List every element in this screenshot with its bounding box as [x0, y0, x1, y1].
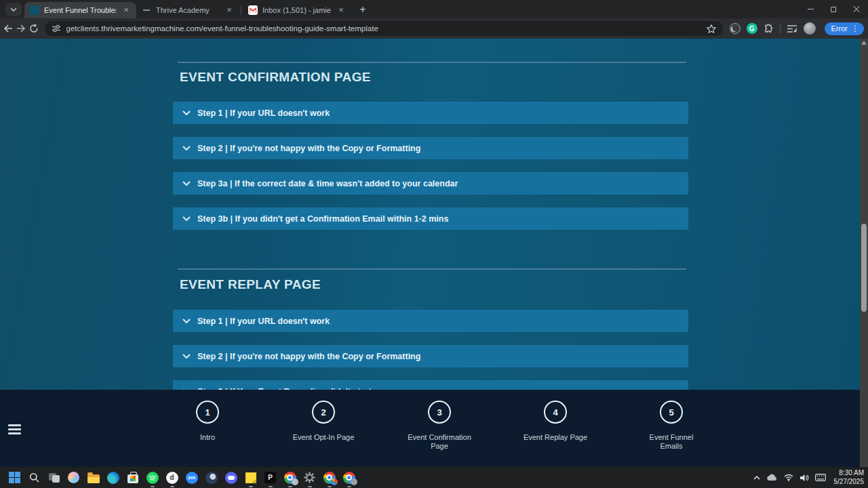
close-window-button[interactable] — [845, 0, 868, 18]
minimize-button[interactable] — [799, 0, 822, 18]
stepper-item-intro[interactable]: 1 Intro — [173, 401, 242, 451]
chevron-down-icon — [182, 110, 191, 115]
gmail-favicon — [248, 5, 258, 15]
store-bag-icon — [127, 474, 138, 483]
d-app-icon: d — [166, 472, 178, 484]
zoom-button[interactable]: zm — [185, 471, 198, 484]
error-menu-button[interactable]: Error ⋮ — [825, 22, 864, 35]
stepper-item-opt-in[interactable]: 2 Event Opt-In Page — [289, 401, 358, 451]
extensions-puzzle-icon[interactable] — [764, 24, 774, 34]
running-indicator — [288, 486, 292, 487]
step-number-circle: 5 — [660, 401, 683, 424]
accordion-step-2[interactable]: Step 2 | If you're not happy with the Co… — [173, 137, 688, 159]
close-tab-icon[interactable]: × — [224, 5, 234, 15]
step-number-circle: 3 — [428, 401, 451, 424]
accordion-replay-step-2[interactable]: Step 2 | If you're not happy with the Co… — [173, 345, 688, 367]
kebab-menu-icon: ⋮ — [851, 25, 859, 32]
back-button[interactable] — [3, 20, 13, 37]
tab-thrive-academy[interactable]: Thrive Academy × — [136, 2, 239, 18]
chevron-down-icon — [182, 146, 191, 150]
profile-badge-icon — [292, 479, 298, 485]
media-controls-icon[interactable] — [787, 24, 797, 33]
scrollbar-thumb[interactable] — [861, 224, 867, 312]
wifi-button[interactable] — [784, 474, 793, 481]
touch-keyboard-icon — [815, 474, 826, 481]
site-info-icon[interactable] — [52, 24, 61, 33]
d-app-button[interactable]: d — [165, 471, 178, 484]
address-bar[interactable]: getclients.thrivemarketingmachine.com/ev… — [45, 21, 723, 36]
scroll-up-arrow-icon[interactable] — [861, 41, 867, 45]
onedrive-button[interactable] — [766, 474, 778, 481]
page-footer-nav: 1 Intro 2 Event Opt-In Page 3 Event Conf… — [0, 390, 860, 467]
step-number-circle: 1 — [196, 401, 219, 424]
edge-icon — [107, 472, 119, 484]
p-app-button[interactable]: P — [264, 471, 277, 484]
tab-search-button[interactable] — [5, 3, 22, 16]
accordion-step-1[interactable]: Step 1 | If your URL doesn't work — [173, 102, 688, 124]
accordion-replay-step-1[interactable]: Step 1 | If your URL doesn't work — [173, 310, 688, 332]
touch-keyboard-button[interactable] — [815, 474, 826, 481]
close-tab-icon[interactable]: × — [121, 5, 131, 15]
grammarly-extension-icon[interactable]: G — [747, 23, 757, 34]
reload-button[interactable] — [28, 20, 39, 37]
discord-icon — [225, 472, 237, 484]
stepper: 1 Intro 2 Event Opt-In Page 3 Event Conf… — [173, 401, 706, 451]
chrome-profile2-button[interactable] — [323, 471, 336, 484]
section-title: EVENT CONFIRMATION PAGE — [180, 70, 371, 85]
forward-button[interactable] — [16, 20, 26, 37]
start-button[interactable] — [8, 471, 21, 484]
microsoft-store-button[interactable] — [126, 471, 139, 484]
hidden-icons-button[interactable] — [753, 476, 760, 480]
accordion-replay-step-3-partial[interactable]: Step 3 | If Your Event Recording didn't … — [173, 380, 688, 390]
stepper-item-emails[interactable]: 5 Event Funnel Emails — [637, 401, 706, 451]
accordion-step-3a[interactable]: Step 3a | If the correct date & time was… — [173, 172, 688, 195]
discord-button[interactable] — [224, 471, 237, 484]
search-button[interactable] — [28, 471, 41, 484]
tab-strip: Event Funnel Troubleshooting G × Thrive … — [0, 0, 868, 18]
file-explorer-button[interactable] — [87, 471, 100, 484]
section-divider — [178, 62, 686, 63]
taskbar-clock[interactable]: 8:30 AM 5/27/2025 — [834, 469, 865, 486]
profile-avatar[interactable] — [804, 22, 816, 35]
chevron-down-icon — [182, 354, 191, 359]
accordion-step-3b[interactable]: Step 3b | If you didn't get a Confirmati… — [173, 207, 688, 230]
edge-button[interactable] — [106, 471, 119, 484]
steam-button[interactable] — [205, 471, 218, 484]
spotify-button[interactable] — [146, 471, 159, 484]
running-indicator — [170, 486, 174, 487]
page-scrollbar[interactable] — [860, 39, 868, 467]
tab-gmail-inbox[interactable]: Inbox (1,501) - jamie@thrive-a × — [243, 2, 351, 18]
settings-button[interactable] — [303, 471, 316, 484]
step-label: Event Funnel Emails — [648, 433, 695, 451]
accordion-label: Step 3a | If the correct date & time was… — [197, 179, 458, 188]
accordion-label: Step 2 | If you're not happy with the Co… — [197, 144, 420, 153]
tab-event-funnel[interactable]: Event Funnel Troubleshooting G × — [24, 2, 136, 18]
spotify-icon — [146, 472, 159, 484]
chevron-down-icon — [10, 7, 17, 12]
windows-logo-icon — [9, 472, 20, 483]
step-number-circle: 2 — [312, 401, 335, 424]
tab-title: Inbox (1,501) - jamie@thrive-a — [262, 6, 331, 14]
copilot-icon — [68, 472, 79, 483]
maximize-button[interactable] — [822, 0, 845, 18]
bookmark-star-icon[interactable] — [707, 24, 716, 33]
copilot-button[interactable] — [67, 471, 80, 484]
dark-mode-extension-icon[interactable] — [730, 23, 741, 34]
back-arrow-icon — [3, 24, 13, 33]
new-tab-button[interactable]: + — [355, 2, 370, 17]
step-label: Intro — [200, 433, 215, 442]
close-tab-icon[interactable]: × — [336, 5, 346, 15]
stepper-item-replay[interactable]: 4 Event Replay Page — [521, 401, 590, 451]
task-view-button[interactable] — [47, 471, 60, 484]
step-label: Event Confirmation Page — [405, 433, 474, 451]
sticky-notes-button[interactable] — [244, 471, 257, 484]
folder-icon — [87, 474, 100, 483]
stepper-item-confirmation[interactable]: 3 Event Confirmation Page — [405, 401, 474, 451]
chrome-profile1-button[interactable] — [283, 471, 296, 484]
url-text: getclients.thrivemarketingmachine.com/ev… — [66, 24, 707, 33]
volume-button[interactable] — [800, 474, 809, 482]
hamburger-menu-icon[interactable] — [8, 424, 21, 436]
chrome-profile3-button[interactable] — [342, 471, 355, 484]
section-title: EVENT REPLAY PAGE — [180, 277, 321, 292]
gear-icon — [304, 472, 315, 483]
